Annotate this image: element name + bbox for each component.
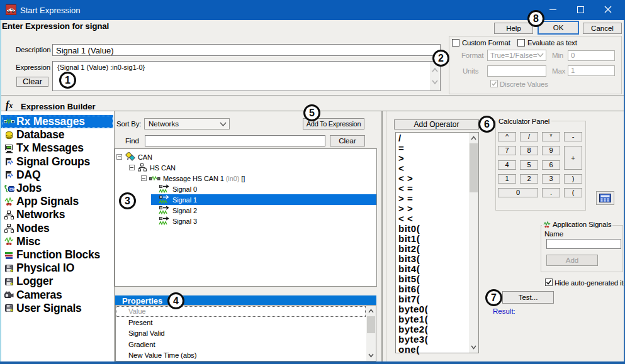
svg-text:CM: CM [9,187,14,191]
